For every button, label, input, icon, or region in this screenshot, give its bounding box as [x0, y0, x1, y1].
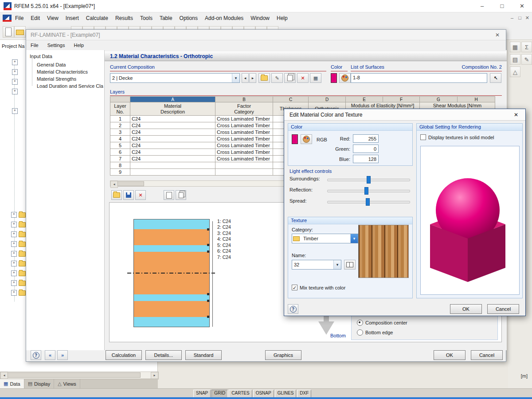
- close-icon[interactable]: ✕: [512, 0, 532, 12]
- details-button[interactable]: Details...: [145, 350, 182, 360]
- pencil-tool-icon[interactable]: ✎: [521, 54, 532, 65]
- composition-prev-icon[interactable]: ◂: [242, 73, 249, 83]
- radio-selected-icon[interactable]: [357, 320, 363, 326]
- column-letter[interactable]: C: [273, 97, 309, 102]
- menu-item-tools[interactable]: Tools: [137, 13, 156, 23]
- folder-icon[interactable]: [19, 261, 26, 266]
- tree-expand-icon[interactable]: +: [12, 69, 18, 75]
- tab-display[interactable]: ▤Display: [24, 379, 54, 388]
- rf-cancel-button[interactable]: Cancel: [471, 350, 503, 360]
- sum-tool-icon[interactable]: Σ: [521, 42, 532, 52]
- folder-icon[interactable]: [19, 242, 26, 247]
- tree-expand-icon[interactable]: +: [12, 59, 18, 65]
- menu-item-results[interactable]: Results: [112, 13, 137, 23]
- column-letter[interactable]: D: [309, 97, 346, 102]
- rows-tool-icon[interactable]: ▤: [510, 54, 520, 65]
- green-input[interactable]: 0: [353, 145, 379, 153]
- folder-icon[interactable]: [19, 251, 26, 257]
- folder-icon[interactable]: [19, 222, 26, 227]
- tree-expand-icon[interactable]: +: [11, 212, 17, 218]
- menu-item-window[interactable]: Window: [247, 13, 273, 23]
- slider-thumb[interactable]: [366, 198, 370, 206]
- red-input[interactable]: 255: [353, 134, 379, 143]
- edit-help-button[interactable]: ?: [288, 304, 298, 314]
- composition-select[interactable]: 2 | Decke ▾: [110, 73, 240, 83]
- chevron-down-icon[interactable]: ▾: [232, 74, 239, 82]
- menu-item-insert[interactable]: Insert: [62, 13, 82, 23]
- slider-thumb[interactable]: [367, 176, 371, 184]
- tree-item-material-strengths[interactable]: Material Strengths: [37, 76, 76, 82]
- grid-tool-icon[interactable]: ▦: [510, 42, 520, 52]
- blue-input[interactable]: 128: [353, 155, 379, 163]
- menu-item-help[interactable]: Help: [273, 13, 291, 23]
- tree-expand-icon[interactable]: +: [11, 231, 17, 237]
- scrollbar-thumb[interactable]: [117, 181, 144, 186]
- mdi-restore-icon[interactable]: □: [518, 15, 521, 20]
- menu-item-options[interactable]: Options: [176, 13, 201, 23]
- minimize-icon[interactable]: –: [472, 0, 492, 12]
- display-textures-option[interactable]: Display textures in solid model: [420, 134, 494, 140]
- delete-composition-button[interactable]: ✕: [297, 73, 309, 83]
- material-color-swatch[interactable]: [292, 134, 298, 144]
- mdi-close-icon[interactable]: ✕: [525, 15, 529, 21]
- checkbox-icon[interactable]: [420, 134, 426, 140]
- tree-expand-icon[interactable]: +: [11, 251, 17, 257]
- spread-slider[interactable]: [327, 201, 410, 203]
- alignment-option[interactable]: Bottom edge: [357, 329, 393, 336]
- menu-item-addon-modules[interactable]: Add-on Modules: [201, 13, 247, 23]
- folder-icon[interactable]: [19, 212, 26, 218]
- maximize-icon[interactable]: □: [492, 0, 512, 12]
- tree-expand-icon[interactable]: +: [12, 79, 18, 85]
- folder-icon[interactable]: [19, 290, 26, 296]
- menu-item-calculate[interactable]: Calculate: [82, 13, 112, 23]
- tab-data[interactable]: ▦Data: [0, 379, 24, 388]
- standard-button[interactable]: Standard: [185, 350, 222, 360]
- menu-item-edit[interactable]: Edit: [27, 13, 43, 23]
- radio-icon[interactable]: [357, 329, 363, 336]
- texture-name-select[interactable]: 32 ▾: [292, 260, 341, 270]
- texture-category-select[interactable]: Timber ▾: [292, 234, 358, 243]
- surroundings-slider[interactable]: [327, 179, 410, 181]
- next-table-button[interactable]: »: [57, 350, 68, 360]
- scroll-left-icon[interactable]: ◂: [110, 181, 118, 188]
- column-letter[interactable]: E: [346, 97, 383, 102]
- tree-item-load-duration[interactable]: Load Duration and Service Clas: [37, 83, 103, 89]
- surfaces-input[interactable]: 1-8: [351, 73, 487, 83]
- delete-rows-button[interactable]: ✕: [135, 190, 146, 200]
- tree-expand-icon[interactable]: +: [11, 241, 17, 247]
- tree-item-material-characteristics[interactable]: Material Characteristics: [37, 69, 88, 74]
- mix-texture-option[interactable]: ✓ Mix texture with color: [292, 285, 345, 290]
- copy-table-button[interactable]: [176, 190, 186, 200]
- column-letter[interactable]: G: [420, 97, 458, 102]
- export-table-button[interactable]: ▦: [310, 73, 321, 83]
- new-composition-button[interactable]: [258, 73, 270, 83]
- edit-cancel-button[interactable]: Cancel: [487, 304, 519, 314]
- scroll-left-icon[interactable]: ◂: [0, 372, 8, 379]
- tree-expand-icon[interactable]: +: [12, 89, 18, 94]
- reflection-slider[interactable]: [327, 190, 410, 192]
- tab-views[interactable]: △Views: [54, 379, 80, 388]
- tree-expand-icon[interactable]: +: [11, 261, 17, 266]
- color-picker-button[interactable]: [339, 73, 351, 83]
- browse-textures-button[interactable]: [344, 260, 356, 270]
- copy-composition-button[interactable]: [284, 73, 296, 83]
- folder-icon[interactable]: [19, 232, 26, 237]
- column-letter[interactable]: H: [458, 97, 495, 102]
- tree-expand-icon[interactable]: +: [11, 270, 17, 276]
- chevron-down-icon[interactable]: ▾: [350, 234, 358, 243]
- tree-expand-icon[interactable]: +: [11, 290, 17, 296]
- print-preview-button[interactable]: [164, 190, 174, 200]
- graphics-button[interactable]: Graphics: [265, 350, 301, 360]
- tree-expand-icon[interactable]: +: [11, 280, 17, 286]
- rf-ok-button[interactable]: OK: [434, 350, 466, 360]
- folder-icon[interactable]: [19, 281, 26, 286]
- rf-menu-settings[interactable]: Settings: [43, 41, 70, 49]
- calculation-button[interactable]: Calculation: [106, 350, 142, 360]
- previous-table-button[interactable]: «: [45, 350, 55, 360]
- menu-item-table[interactable]: Table: [156, 13, 176, 23]
- menu-item-view[interactable]: View: [43, 13, 62, 23]
- composition-next-icon[interactable]: ▸: [249, 73, 256, 83]
- tree-root-input-data[interactable]: Input Data: [30, 54, 52, 59]
- composition-color-swatch[interactable]: [331, 73, 337, 83]
- checkbox-checked-icon[interactable]: ✓: [292, 285, 297, 290]
